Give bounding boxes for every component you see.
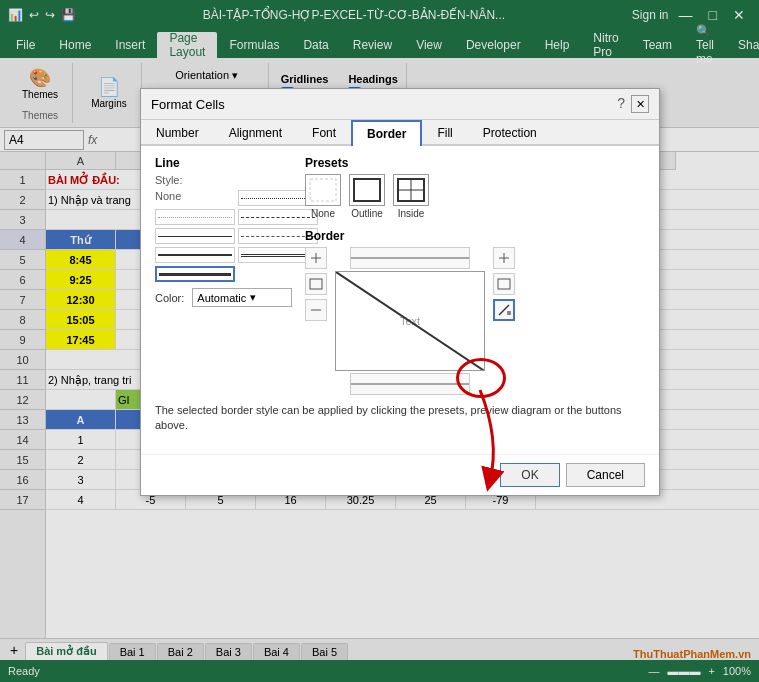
line-style-solid-thick[interactable] (155, 266, 235, 282)
border-diagonal-svg (336, 272, 484, 370)
dialog-tab-fill[interactable]: Fill (422, 120, 467, 146)
line-preview-dotted-2 (158, 217, 232, 218)
line-preview-solid-thin (158, 236, 232, 237)
color-dropdown[interactable]: Automatic ▾ (192, 288, 292, 307)
border-left-buttons (305, 247, 327, 321)
border-preview-area: Text (305, 247, 645, 395)
preset-inside-btn[interactable]: Inside (393, 174, 429, 219)
info-text: The selected border style can be applied… (155, 403, 645, 434)
border-btn-top-left[interactable] (305, 247, 327, 269)
border-right-buttons (493, 247, 515, 321)
line-preview-dotted-1 (241, 198, 315, 199)
preset-none-btn[interactable]: None (305, 174, 341, 219)
presets-section: Presets None (305, 156, 645, 219)
line-style-solid-med[interactable] (155, 247, 235, 263)
dialog-footer: OK Cancel (141, 454, 659, 495)
dialog-body: Line Style: None (141, 146, 659, 454)
line-preview-double (241, 254, 315, 257)
border-btn-bottom-left[interactable] (305, 299, 327, 321)
right-col: Presets None (305, 156, 645, 403)
color-section: Color: Automatic ▾ (155, 288, 295, 307)
border-title: Border (305, 229, 645, 243)
presets-title: Presets (305, 156, 645, 170)
preset-buttons: None Outline (305, 174, 645, 219)
color-label: Color: (155, 292, 184, 304)
border-section: Border (305, 229, 645, 395)
preset-inside-label: Inside (398, 208, 425, 219)
line-style-dotted-2[interactable] (155, 209, 235, 225)
border-btn-top-right[interactable] (493, 247, 515, 269)
preset-outline-label: Outline (351, 208, 383, 219)
preset-none-icon (305, 174, 341, 206)
line-section-title: Line (155, 156, 295, 170)
svg-line-10 (336, 272, 484, 370)
dialog-close-btn[interactable]: ✕ (631, 95, 649, 113)
line-preview-solid-thick (159, 273, 231, 276)
dialog-help-btn[interactable]: ? (617, 95, 625, 113)
border-btn-diag-right[interactable] (493, 299, 515, 321)
dialog-tab-alignment[interactable]: Alignment (214, 120, 297, 146)
line-preview-dashed-sm (241, 217, 315, 218)
dialog-tab-border[interactable]: Border (351, 120, 422, 146)
preset-outline-icon (349, 174, 385, 206)
line-preview-dashed-med (241, 236, 315, 237)
dialog-overlay: Format Cells ? ✕ Number Alignment Font B… (0, 0, 759, 682)
dialog-title-bar: Format Cells ? ✕ (141, 89, 659, 120)
dialog-tab-bar: Number Alignment Font Border Fill Protec… (141, 120, 659, 146)
svg-rect-1 (354, 179, 380, 201)
ok-button[interactable]: OK (500, 463, 559, 487)
dialog-main-content: Line Style: None (155, 156, 645, 403)
style-label: Style: (155, 174, 295, 186)
dialog-tab-font[interactable]: Font (297, 120, 351, 146)
dialog-title: Format Cells (151, 97, 225, 112)
cancel-button[interactable]: Cancel (566, 463, 645, 487)
svg-rect-7 (310, 279, 322, 289)
border-btn-bottom[interactable] (350, 373, 470, 395)
border-btn-right[interactable] (493, 273, 515, 295)
line-section: Line Style: None (155, 156, 295, 403)
color-dropdown-arrow: ▾ (250, 291, 256, 304)
color-value: Automatic (197, 292, 246, 304)
line-styles-grid: None (155, 190, 295, 282)
format-cells-dialog: Format Cells ? ✕ Number Alignment Font B… (140, 88, 660, 496)
svg-rect-16 (507, 311, 511, 315)
border-canvas[interactable]: Text (335, 271, 485, 371)
none-label: None (155, 190, 235, 206)
dialog-tab-number[interactable]: Number (141, 120, 214, 146)
line-preview-solid-med (158, 254, 232, 256)
svg-rect-14 (498, 279, 510, 289)
preset-none-label: None (311, 208, 335, 219)
border-btn-top[interactable] (350, 247, 470, 269)
preset-outline-btn[interactable]: Outline (349, 174, 385, 219)
border-canvas-wrapper: Text (335, 247, 485, 395)
dialog-controls: ? ✕ (617, 95, 649, 113)
dialog-tab-protection[interactable]: Protection (468, 120, 552, 146)
border-btn-left[interactable] (305, 273, 327, 295)
svg-rect-0 (310, 179, 336, 201)
line-style-solid-thin[interactable] (155, 228, 235, 244)
preset-inside-icon (393, 174, 429, 206)
